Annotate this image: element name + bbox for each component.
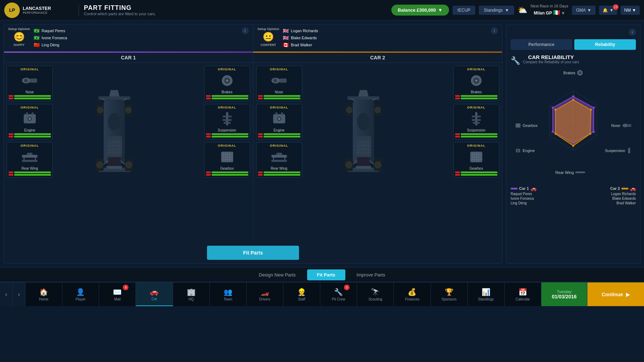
car1-gearbox-name: Gearbox <box>206 167 248 170</box>
svg-rect-32 <box>30 78 37 83</box>
nm-label: NM <box>624 8 631 13</box>
car2-suspension-name: Suspension <box>455 128 498 132</box>
nav-finances[interactable]: 💰 Finances <box>394 282 431 306</box>
car2-legend-d1: Logan Richards <box>610 192 636 196</box>
car1-gearbox-card[interactable]: ORIGINAL <box>204 142 250 177</box>
car2-suspension-card[interactable]: ORIGINAL Suspension <box>453 104 499 139</box>
car2-gearbox-card[interactable]: ORIGINAL <box>453 142 499 177</box>
standings-nav[interactable]: Standings ▼ <box>479 6 514 15</box>
svg-point-87 <box>375 162 381 168</box>
scouting-label: Scouting <box>368 297 382 301</box>
car2-suspension-label: ORIGINAL <box>455 106 498 109</box>
car1-opinion-label: HAPPY <box>13 43 24 47</box>
car1-parts-section: ORIGINAL Nose <box>4 63 253 242</box>
nav-home[interactable]: 🏠 Home <box>25 282 62 306</box>
staff-icon: 👷 <box>297 288 306 296</box>
svg-point-85 <box>375 107 380 113</box>
nav-calendar[interactable]: 📅 Calendar <box>505 282 541 306</box>
nav-drivers[interactable]: 🏎️ Drivers <box>247 282 283 306</box>
fit-parts-button[interactable]: Fit Parts <box>207 246 299 260</box>
nav-arrow-left[interactable]: ‹ <box>0 282 13 306</box>
company-sub: PERFORMANCE <box>23 11 51 14</box>
balance-label: Balance £300,000 <box>398 7 436 13</box>
svg-rect-90 <box>280 78 287 83</box>
svg-rect-120 <box>628 148 630 153</box>
car2-brakes-label: ORIGINAL <box>455 68 498 71</box>
nav-pitcrew[interactable]: 🔧 Pit Crew 5 <box>320 282 357 306</box>
chart-subtitle: Compare the Reliability of your cars <box>523 60 579 64</box>
car1-setup-opinion: Setup Opinion 😊 HAPPY <box>8 27 30 47</box>
car2-d2-flag: 🇬🇧 <box>283 35 289 41</box>
car2-brakes-card[interactable]: ORIGINAL Brakes <box>453 66 499 101</box>
sub-tab-fit[interactable]: Fit Parts <box>307 269 345 280</box>
nav-hq[interactable]: 🏢 HQ <box>173 282 210 306</box>
car2-gearbox-name: Gearbox <box>455 167 498 170</box>
car2-opinion-title: Setup Opinion <box>258 27 280 31</box>
car2-left-parts: ORIGINAL Nose <box>256 66 302 239</box>
nav-team[interactable]: 👥 Team <box>210 282 247 306</box>
car1-rearwing-card[interactable]: ORIGINAL Rear Wing <box>7 142 53 177</box>
calendar-label: Calendar <box>516 297 530 301</box>
car1-engine-card[interactable]: ORIGINAL Engine <box>7 104 53 139</box>
svg-point-31 <box>24 79 28 82</box>
svg-rect-96 <box>271 155 287 158</box>
nav-staff[interactable]: 👷 Staff <box>283 282 320 306</box>
nav-player[interactable]: 👤 Player <box>62 282 99 306</box>
svg-marker-58 <box>358 90 369 97</box>
car2-legend-d2: Blake Edwards <box>610 197 636 200</box>
standings-nav-label: Standings <box>478 297 494 301</box>
car2-drivers-list: 🇬🇧 Logan Richards 🇬🇧 Blake Edwards 🇨🇦 Br… <box>283 27 487 48</box>
gma-label: GMA <box>576 8 586 13</box>
league-nav[interactable]: IECUP <box>453 6 476 15</box>
car2-opinion-label: CONTENT <box>261 43 276 47</box>
svg-rect-107 <box>473 122 480 124</box>
nav-mail[interactable]: ✉️ Mail 9 <box>99 282 136 306</box>
svg-point-149 <box>572 145 574 147</box>
page-title-area: PART FITTING Control which parts are fit… <box>79 4 171 16</box>
car1-nose-card[interactable]: ORIGINAL Nose <box>7 66 53 101</box>
nav-scouting[interactable]: 🔭 Scouting <box>357 282 394 306</box>
nav-standings[interactable]: 📊 Standings <box>468 282 505 306</box>
car2-brakes-bars <box>455 95 498 99</box>
car2-brakes-icon-area <box>455 72 498 89</box>
svg-marker-139 <box>556 100 591 146</box>
svg-point-45 <box>226 80 228 82</box>
sub-tab-design[interactable]: Design New Parts <box>249 269 306 280</box>
nav-arrow-right[interactable]: › <box>13 282 25 306</box>
car2-gearbox-bars <box>455 171 498 176</box>
car2-engine-card[interactable]: ORIGINAL Engine <box>256 104 302 139</box>
car1-suspension-card[interactable]: ORIGINAL Suspension <box>204 104 250 139</box>
nav-car[interactable]: 🚗 Car <box>136 282 173 306</box>
right-panel-info-button[interactable]: i <box>629 29 636 36</box>
car2-d1-name: Logan Richards <box>291 29 318 33</box>
page-desc: Control which parts are fitted to your c… <box>84 12 171 16</box>
car2-nose-card[interactable]: ORIGINAL Nose <box>256 66 302 101</box>
legend-car1: Car 1 🚗 Raquel Peres Ivone Fonseca Ling … <box>511 186 536 205</box>
car2-d1-flag: 🇬🇧 <box>283 28 289 34</box>
svg-rect-48 <box>223 119 232 121</box>
svg-rect-38 <box>22 155 38 158</box>
car1-info-button[interactable]: i <box>242 27 249 34</box>
nav-sponsors[interactable]: 🏆 Sponsors <box>431 282 468 306</box>
car2-rearwing-card[interactable]: ORIGINAL Rear Wing <box>256 142 302 177</box>
nm-button[interactable]: NM ▼ <box>621 6 640 15</box>
car2-parts-section: ORIGINAL Nose <box>253 63 502 242</box>
car1-brakes-label: ORIGINAL <box>206 68 248 71</box>
car2-rearwing-bars <box>258 171 300 176</box>
car2-nose-label: ORIGINAL <box>258 68 300 71</box>
car2-suspension-icon-area <box>455 110 498 128</box>
sub-tab-improve[interactable]: Improve Parts <box>347 269 395 280</box>
sponsors-label: Sponsors <box>442 297 456 301</box>
car2-info-button[interactable]: i <box>491 27 498 34</box>
car1-legend-dot <box>511 188 518 189</box>
gma-button[interactable]: GMA ▼ <box>572 6 596 15</box>
balance-button[interactable]: Balance £300,000 ▼ <box>391 5 449 16</box>
car-icon: 🚗 <box>150 287 159 296</box>
tab-performance[interactable]: Performance <box>511 39 572 50</box>
continue-button[interactable]: Continue ▶ <box>587 282 644 306</box>
tab-reliability[interactable]: Reliability <box>574 39 636 50</box>
svg-rect-121 <box>575 171 585 173</box>
radar-label-engine: Engine <box>515 147 535 154</box>
notifications-button[interactable]: 🔔 14 ▼ <box>599 6 617 15</box>
car1-brakes-card[interactable]: ORIGINAL Brakes <box>204 66 250 101</box>
